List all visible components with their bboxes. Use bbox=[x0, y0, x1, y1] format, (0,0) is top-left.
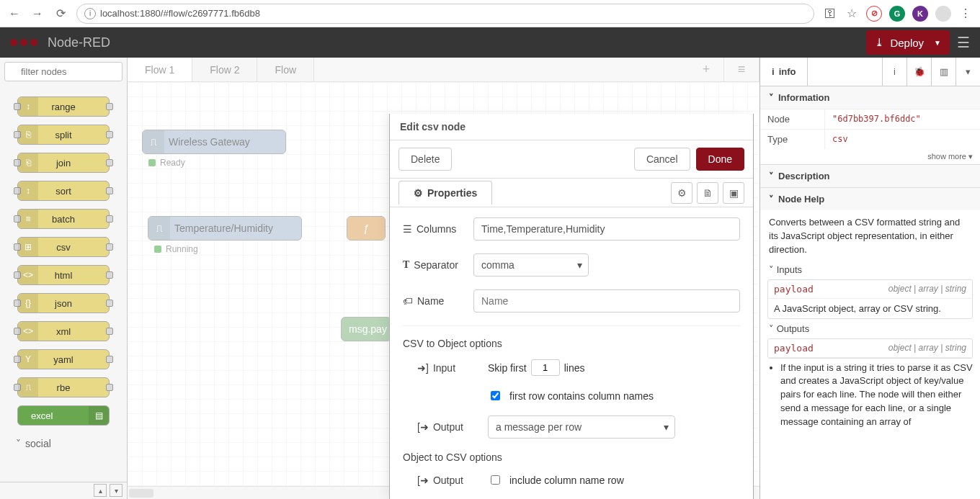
palette-node-html[interactable]: <>html bbox=[17, 265, 110, 285]
excel-icon: ▤ bbox=[89, 406, 109, 425]
sidebar-tab-info[interactable]: iinfo bbox=[760, 58, 808, 86]
ext-icon-3[interactable]: K bbox=[912, 6, 928, 22]
deploy-icon: ⤓ bbox=[875, 36, 884, 49]
palette-node-join[interactable]: ⎗join bbox=[17, 153, 110, 173]
join-icon: ⎗ bbox=[18, 153, 38, 172]
chevron-down-icon: ˅ bbox=[16, 438, 21, 449]
range-icon: ↕ bbox=[18, 97, 38, 116]
columns-input[interactable] bbox=[473, 217, 740, 240]
tab-flow-3[interactable]: Flow bbox=[257, 58, 314, 81]
kebab-icon[interactable]: ⋮ bbox=[958, 6, 973, 21]
palette-node-excel[interactable]: excel▤ bbox=[17, 405, 110, 426]
html-icon: <> bbox=[18, 266, 38, 284]
palette-node-csv[interactable]: ⊞csv bbox=[17, 237, 110, 257]
node-settings-icon[interactable]: ⚙ bbox=[671, 182, 692, 204]
star-icon[interactable]: ☆ bbox=[845, 6, 859, 21]
batch-icon: ≡ bbox=[18, 210, 38, 228]
add-flow-button[interactable]: + bbox=[689, 58, 724, 81]
sidebar-more-icon[interactable]: ▾ bbox=[956, 58, 980, 86]
function-icon: ƒ bbox=[347, 217, 385, 240]
output2-label: [➜Output bbox=[417, 475, 481, 486]
name-input[interactable] bbox=[473, 289, 740, 313]
node-red-logo-icon bbox=[10, 39, 37, 46]
include-header-checkbox[interactable] bbox=[491, 475, 500, 485]
output-label: [➜Output bbox=[417, 421, 481, 433]
output-mode-select[interactable]: a message per row bbox=[488, 415, 675, 439]
arrow-out-icon: [➜ bbox=[417, 475, 429, 486]
palette-category-social[interactable]: ˅social bbox=[7, 433, 120, 454]
node-debug[interactable]: msg.pay bbox=[341, 317, 391, 341]
site-info-icon[interactable]: i bbox=[84, 8, 96, 19]
first-row-label: first row contains column names bbox=[509, 390, 654, 402]
gear-icon: ⚙ bbox=[414, 187, 423, 199]
deploy-caret-icon[interactable]: ▼ bbox=[934, 39, 941, 47]
main-menu-icon[interactable]: ☰ bbox=[957, 34, 970, 51]
palette-node-xml[interactable]: <>xml bbox=[17, 321, 110, 341]
chevron-down-icon: ˅ bbox=[769, 194, 774, 204]
forward-icon[interactable]: → bbox=[30, 6, 45, 21]
app-header: Node-RED ⤓ Deploy ▼ ☰ bbox=[0, 27, 980, 58]
node-appearance-icon[interactable]: ▣ bbox=[723, 182, 744, 204]
node-function[interactable]: ƒ bbox=[347, 216, 386, 240]
node-temperature-humidity[interactable]: ⎍ Temperature/Humidity Running bbox=[148, 216, 302, 240]
cancel-button[interactable]: Cancel bbox=[634, 148, 690, 171]
key-icon[interactable]: ⚿ bbox=[823, 6, 837, 21]
app-title: Node-RED bbox=[48, 35, 110, 50]
first-row-checkbox[interactable] bbox=[491, 391, 500, 400]
chevron-down-icon: ˅ bbox=[769, 171, 774, 181]
flow-list-button[interactable]: ≡ bbox=[724, 58, 760, 81]
sidebar-debug-icon[interactable]: 🐞 bbox=[906, 58, 931, 86]
tag-icon: 🏷 bbox=[403, 295, 413, 307]
sidebar-chart-icon[interactable]: ▥ bbox=[931, 58, 956, 86]
columns-label: ☰Columns bbox=[403, 223, 466, 235]
flow-tabs: Flow 1 Flow 2 Flow + ≡ bbox=[128, 58, 760, 82]
palette-expand-icon[interactable]: ▾ bbox=[110, 484, 122, 497]
csv-to-object-heading: CSV to Object options bbox=[403, 338, 740, 349]
list-icon: ☰ bbox=[403, 223, 412, 235]
palette-node-rbe[interactable]: ⎍rbe bbox=[17, 377, 110, 397]
outputs-box: payloadobject | array | string bbox=[767, 338, 973, 359]
node-wireless-gateway[interactable]: ⎍ Wireless Gateway Ready bbox=[142, 130, 286, 154]
tab-properties[interactable]: ⚙Properties bbox=[398, 181, 492, 204]
separator-label: TSeparator bbox=[403, 259, 466, 271]
section-description[interactable]: ˅Description bbox=[760, 165, 980, 187]
filter-nodes-input[interactable] bbox=[4, 62, 122, 81]
delete-button[interactable]: Delete bbox=[398, 148, 452, 171]
deploy-button[interactable]: ⤓ Deploy ▼ bbox=[866, 30, 950, 55]
profile-icon[interactable] bbox=[935, 6, 951, 22]
skip-lines-input[interactable] bbox=[531, 359, 560, 376]
tab-flow-1[interactable]: Flow 1 bbox=[128, 58, 192, 81]
tab-flow-2[interactable]: Flow 2 bbox=[192, 58, 257, 81]
yaml-icon: Y bbox=[18, 350, 38, 369]
back-icon[interactable]: ← bbox=[7, 6, 22, 21]
palette-node-sort[interactable]: ↕sort bbox=[17, 181, 110, 201]
include-header-label: include column name row bbox=[509, 475, 624, 486]
palette-node-batch[interactable]: ≡batch bbox=[17, 209, 110, 229]
palette: ↕range ⎘split ⎗join ↕sort ≡batch ⊞csv <>… bbox=[0, 58, 128, 499]
node-info-icon[interactable]: 🗎 bbox=[697, 182, 718, 204]
chevron-down-icon: ˅ bbox=[769, 92, 774, 103]
dialog-title: Edit csv node bbox=[390, 114, 753, 140]
arrow-in-icon: ➜] bbox=[417, 362, 429, 374]
ext-icon-2[interactable]: G bbox=[889, 6, 905, 22]
sidebar-info-icon[interactable]: i bbox=[882, 58, 906, 86]
palette-collapse-icon[interactable]: ▴ bbox=[94, 484, 107, 497]
palette-node-yaml[interactable]: Yyaml bbox=[17, 349, 110, 369]
section-node-help[interactable]: ˅Node Help bbox=[760, 188, 980, 210]
palette-node-json[interactable]: {}json bbox=[17, 293, 110, 313]
separator-select[interactable]: comma bbox=[473, 253, 589, 277]
palette-node-range[interactable]: ↕range bbox=[17, 96, 110, 117]
object-to-csv-heading: Object to CSV options bbox=[403, 451, 740, 463]
reload-icon[interactable]: ⟳ bbox=[53, 6, 68, 21]
ext-icon-1[interactable]: ⊘ bbox=[866, 6, 882, 22]
url-bar[interactable]: i localhost:1880/#flow/c2697771.fb6db8 bbox=[76, 4, 814, 24]
split-icon: ⎘ bbox=[18, 125, 38, 144]
palette-node-split[interactable]: ⎘split bbox=[17, 125, 110, 145]
xml-icon: <> bbox=[18, 322, 38, 341]
section-information[interactable]: ˅Information bbox=[760, 86, 980, 109]
edit-node-dialog: Edit csv node Delete Cancel Done ⚙Proper… bbox=[389, 114, 754, 499]
show-more-link[interactable]: show more ▾ bbox=[760, 149, 980, 164]
sort-icon: ↕ bbox=[18, 181, 38, 200]
done-button[interactable]: Done bbox=[696, 148, 744, 171]
sensor-icon: ⎍ bbox=[148, 217, 170, 240]
